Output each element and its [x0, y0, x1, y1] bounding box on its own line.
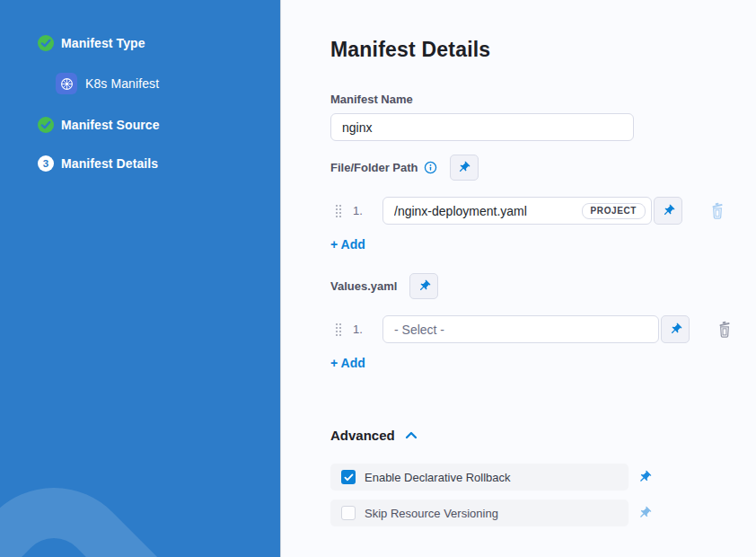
file-folder-path-label: File/Folder Path	[330, 161, 418, 174]
delete-row-button[interactable]	[716, 320, 733, 339]
row-number: 1.	[353, 323, 369, 336]
advanced-title: Advanced	[330, 428, 395, 443]
kubernetes-icon	[56, 73, 77, 94]
runtime-input-pin-button[interactable]	[661, 315, 690, 343]
runtime-input-pin-button[interactable]	[450, 155, 479, 181]
add-values-yaml-link[interactable]: + Add	[330, 356, 365, 370]
runtime-input-pin-icon[interactable]	[637, 506, 652, 520]
add-file-path-link[interactable]: + Add	[330, 237, 365, 252]
checkbox-unchecked[interactable]	[341, 506, 356, 520]
option-row-skip-resource-versioning: Skip Resource Versioning	[330, 500, 652, 526]
sidebar-item-manifest-type[interactable]: Manifest Type	[38, 35, 145, 51]
runtime-input-pin-button[interactable]	[654, 197, 682, 225]
drag-handle-icon[interactable]	[336, 205, 338, 207]
file-folder-path-header: File/Folder Path	[330, 155, 479, 181]
harness-logo-watermark	[0, 454, 281, 557]
advanced-section-toggle[interactable]: Advanced	[330, 428, 418, 443]
runtime-input-pin-button[interactable]	[409, 273, 438, 299]
info-icon[interactable]	[424, 161, 437, 174]
scope-badge: PROJECT	[582, 203, 646, 219]
values-yaml-header: Values.yaml	[330, 273, 438, 299]
substep-label: K8s Manifest	[85, 76, 159, 91]
chevron-up-icon	[405, 431, 418, 439]
sidebar-item-manifest-details[interactable]: 3 Manifest Details	[38, 155, 158, 172]
sidebar-item-k8s-manifest[interactable]: K8s Manifest	[56, 73, 159, 94]
option-label: Enable Declarative Rollback	[365, 471, 511, 484]
check-circle-icon	[38, 117, 54, 133]
manifest-details-panel: Manifest Details Manifest Name File/Fold…	[282, 0, 756, 557]
option-row-declarative-rollback: Enable Declarative Rollback	[330, 464, 652, 491]
step-label: Manifest Source	[61, 118, 160, 132]
page-title: Manifest Details	[330, 38, 490, 62]
check-circle-icon	[38, 35, 54, 51]
runtime-input-pin-icon[interactable]	[637, 470, 652, 484]
values-yaml-row: 1.	[334, 315, 733, 343]
option-label: Skip Resource Versioning	[365, 507, 498, 520]
step-number-badge: 3	[38, 155, 54, 172]
drag-handle-icon[interactable]	[336, 323, 338, 325]
values-yaml-select[interactable]	[382, 315, 659, 343]
delete-row-button	[709, 201, 725, 220]
manifest-name-input[interactable]	[330, 113, 634, 141]
row-number: 1.	[353, 204, 369, 217]
step-label: Manifest Details	[61, 156, 158, 171]
file-path-row: 1. PROJECT	[334, 197, 725, 225]
manifest-name-label: Manifest Name	[330, 93, 413, 106]
values-yaml-label: Values.yaml	[330, 279, 397, 293]
step-label: Manifest Type	[61, 36, 145, 50]
sidebar-item-manifest-source[interactable]: Manifest Source	[38, 117, 160, 133]
checkbox-checked[interactable]	[341, 470, 356, 484]
wizard-sidebar: Manifest Type K8s Manifest Manifest Sour…	[0, 0, 281, 557]
